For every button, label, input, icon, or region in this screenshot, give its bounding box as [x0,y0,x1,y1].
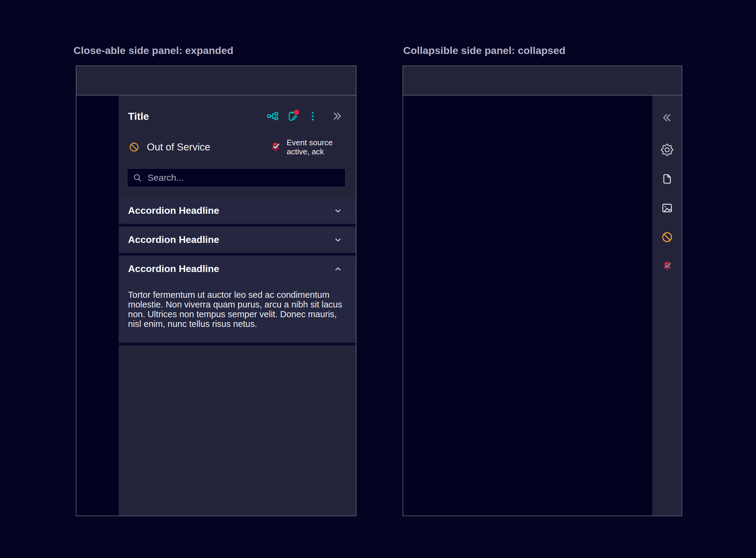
collapsed-panel-window [403,66,682,516]
accordion-separator [119,343,356,346]
expanded-panel-window: Title [76,66,356,516]
side-panel-collapsed [652,96,682,515]
accordion-header-1[interactable]: Accordion Headline [119,197,356,224]
content-area [403,96,652,515]
chevron-up-icon [333,264,343,274]
chevron-down-icon [333,235,343,245]
event-source-icon[interactable] [661,260,673,272]
search-icon [132,173,142,182]
status-row: Out of Service Event source active, ack [128,138,338,156]
expand-left-icon[interactable] [661,111,673,124]
image-icon[interactable] [661,202,673,214]
out-of-service-icon[interactable] [661,231,673,243]
accordion-header-3[interactable]: Accordion Headline [119,256,356,282]
accordion-label: Accordion Headline [128,234,219,245]
app-topbar [403,66,682,96]
search-input[interactable] [147,172,340,183]
side-panel-expanded: Title [119,96,356,515]
content-area [76,96,119,515]
accordion-item-expanded: Accordion Headline Tortor fermentum ut a… [119,256,356,343]
out-of-service-label: Out of Service [147,141,210,153]
tree-icon[interactable] [267,110,279,122]
out-of-service-icon [128,141,140,153]
accordion-item: Accordion Headline [119,197,356,224]
accordion-body-text: Tortor fermentum ut auctor leo sed ac co… [119,282,356,343]
file-icon[interactable] [661,173,673,185]
event-source-icon [269,141,281,153]
kebab-menu-icon[interactable] [307,110,319,122]
chevron-down-icon [333,206,343,215]
edit-note-icon[interactable] [287,110,299,122]
accordion-label: Accordion Headline [128,205,219,216]
accordion-header-2[interactable]: Accordion Headline [119,227,356,253]
collapse-right-icon[interactable] [331,110,343,122]
gear-icon[interactable] [661,144,673,156]
accordion-item: Accordion Headline [119,227,356,253]
accordion-separator [119,224,356,227]
app-topbar [76,66,356,96]
expanded-example-heading: Close-able side panel: expanded [73,44,233,56]
accordion-separator [119,253,356,256]
side-panel-header: Title [128,108,343,125]
accordion-group: Accordion Headline Accordion Headline [119,197,356,346]
event-source-label: Event source active, ack [287,138,338,156]
panel-title: Title [128,110,149,122]
search-box [127,168,346,187]
accordion-label: Accordion Headline [128,263,219,275]
collapsed-example-heading: Collapsible side panel: collapsed [403,44,565,56]
